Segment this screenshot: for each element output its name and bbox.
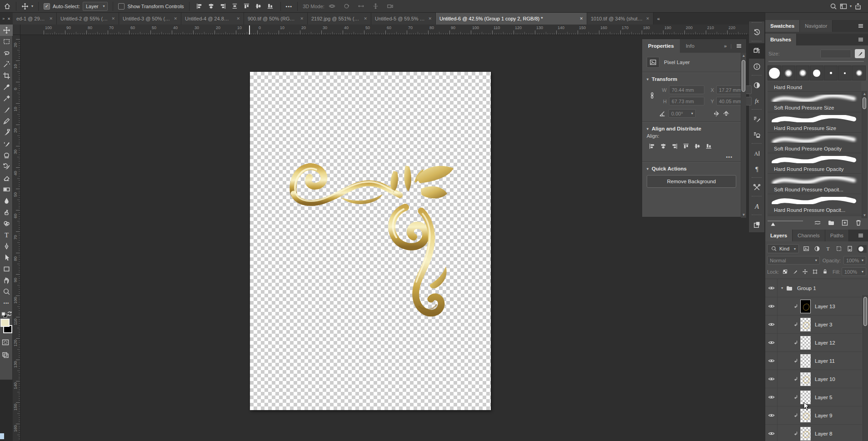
align-middle-icon[interactable] bbox=[254, 2, 264, 11]
auto-select-checkbox[interactable]: ✓ bbox=[44, 3, 50, 10]
align-left-icon[interactable] bbox=[647, 141, 657, 150]
roll-3d-icon[interactable] bbox=[342, 2, 352, 11]
new-group-folder-icon[interactable] bbox=[828, 219, 835, 226]
document-tab-3[interactable]: Untitled-3 @ 50% (Lay...✕ bbox=[119, 13, 181, 25]
visibility-toggle[interactable] bbox=[765, 334, 778, 351]
visibility-toggle[interactable] bbox=[765, 279, 778, 297]
y-field[interactable]: 40.05 mm bbox=[716, 97, 752, 105]
clone-source-panel-icon[interactable] bbox=[749, 127, 764, 142]
brush-preset-2[interactable]: Soft Round Pressure Size bbox=[768, 92, 861, 112]
type-tool[interactable]: T bbox=[0, 229, 13, 241]
layer-row-layer-13[interactable]: Layer 13 bbox=[765, 297, 862, 316]
layer-filter-toggle[interactable] bbox=[857, 245, 867, 253]
tab-navigator[interactable]: Navigator bbox=[800, 20, 833, 32]
brush-tip-2[interactable] bbox=[782, 65, 795, 80]
orbit-3d-icon[interactable] bbox=[327, 2, 337, 11]
flip-vertical-icon[interactable] bbox=[723, 110, 730, 117]
pen-tool[interactable] bbox=[0, 241, 13, 252]
ruler-origin-box[interactable] bbox=[13, 25, 20, 35]
tab-channels[interactable]: Channels bbox=[793, 230, 825, 241]
tab-overflow-close[interactable]: ✕ bbox=[7, 17, 10, 21]
move-tool-preset-icon[interactable] bbox=[21, 3, 29, 10]
visibility-toggle[interactable] bbox=[765, 297, 778, 315]
brush-size-slider[interactable] bbox=[768, 61, 864, 62]
chevron-down-icon[interactable]: ▾ bbox=[850, 4, 852, 8]
rotation-field[interactable]: 0.00°▾ bbox=[668, 109, 696, 118]
layer-row-layer-5[interactable]: Layer 5 bbox=[765, 388, 862, 406]
shape-filter-icon[interactable] bbox=[833, 244, 844, 253]
canvas[interactable] bbox=[250, 72, 491, 410]
brush-size-field[interactable] bbox=[820, 50, 851, 58]
horizontal-ruler[interactable]: 1009080706050403020100102030405060708090… bbox=[20, 25, 763, 35]
paragraph-panel-icon[interactable]: ¶ bbox=[749, 161, 764, 176]
brush-preset-5[interactable]: Hard Round Pressure Opacity bbox=[768, 153, 861, 174]
screen-mode-icon[interactable] bbox=[2, 351, 9, 359]
tool-presets-panel-icon[interactable] bbox=[749, 180, 764, 195]
adjust-filter-icon[interactable] bbox=[812, 244, 823, 253]
align-right-icon[interactable] bbox=[218, 2, 228, 11]
more-tools-button[interactable]: ••• bbox=[0, 297, 13, 309]
brush-preview-toggle-icon[interactable] bbox=[855, 49, 865, 58]
tab-overflow-expand[interactable]: » bbox=[2, 16, 5, 21]
brush-preset-4[interactable]: Soft Round Pressure Opacity bbox=[768, 133, 861, 153]
document-tab-2[interactable]: Untitled-2 @ 55% (SK...✕ bbox=[57, 13, 119, 25]
layer-row-layer-3[interactable]: Layer 3 bbox=[765, 316, 862, 334]
layers-scrollbar[interactable] bbox=[863, 295, 868, 441]
visibility-toggle[interactable] bbox=[765, 388, 778, 406]
document-tab-7[interactable]: Untitled-5 @ 59.5% (La...✕ bbox=[371, 13, 436, 25]
brushes-scrollbar[interactable]: ▲ ▼ bbox=[862, 91, 867, 218]
character-panel-icon[interactable]: A bbox=[749, 145, 764, 161]
brush-preset-7[interactable]: Hard Round Pressure Opacit... bbox=[768, 194, 861, 215]
close-tab-icon[interactable]: ✕ bbox=[174, 16, 177, 21]
delete-brush-icon[interactable] bbox=[855, 219, 862, 226]
lock-icon[interactable] bbox=[820, 268, 829, 276]
brush-preset-3[interactable]: Hard Round Pressure Size bbox=[768, 112, 861, 133]
link-dimensions-icon[interactable] bbox=[649, 92, 656, 99]
align-right-icon[interactable] bbox=[669, 141, 679, 150]
pixel-filter-icon[interactable] bbox=[801, 244, 812, 253]
eyedropper-tool[interactable] bbox=[0, 81, 13, 93]
smudge-tool[interactable] bbox=[0, 206, 13, 218]
chevron-down-icon[interactable]: ▾ bbox=[647, 167, 649, 171]
history-panel-icon[interactable] bbox=[749, 25, 764, 40]
layer-row-layer-12[interactable]: Layer 12 bbox=[765, 334, 862, 352]
artboard-lock-icon[interactable] bbox=[810, 268, 819, 276]
brush-preview-slider[interactable] bbox=[768, 220, 803, 226]
lasso-tool[interactable] bbox=[0, 47, 13, 59]
live-tip-preview-icon[interactable] bbox=[814, 219, 821, 226]
brush-tip-1[interactable] bbox=[768, 65, 781, 80]
glyphs-panel-icon[interactable]: A bbox=[749, 198, 764, 214]
align-center-h-icon[interactable] bbox=[206, 2, 216, 11]
checker-lock-icon[interactable] bbox=[780, 268, 789, 276]
layer-thumbnail[interactable] bbox=[800, 300, 811, 313]
tab-properties[interactable]: Properties bbox=[642, 39, 680, 53]
close-tab-icon[interactable]: ✕ bbox=[646, 16, 649, 21]
layer-row-group-1[interactable]: ▾ Group 1 bbox=[765, 279, 862, 297]
layer-thumbnail[interactable] bbox=[800, 372, 811, 386]
panel-menu-icon[interactable] bbox=[857, 36, 864, 43]
properties-cube-panel-icon[interactable] bbox=[749, 43, 764, 59]
document-tab-9[interactable]: 1010.tif @ 34% (shutte...✕ bbox=[587, 13, 653, 25]
document-tab-4[interactable]: Untitled-4 @ 24.8% (Gr...✕ bbox=[181, 13, 244, 25]
brush-tip-4[interactable] bbox=[810, 65, 823, 80]
visibility-toggle[interactable] bbox=[765, 352, 778, 370]
visibility-toggle[interactable] bbox=[765, 425, 778, 441]
align-left-icon[interactable] bbox=[195, 2, 205, 11]
chevron-down-icon[interactable]: ▾ bbox=[31, 4, 33, 8]
share-icon[interactable] bbox=[854, 3, 862, 10]
show-transform-checkbox[interactable] bbox=[118, 3, 125, 10]
close-tab-icon[interactable]: ✕ bbox=[111, 16, 115, 21]
more-options-button[interactable]: ••• bbox=[286, 4, 293, 9]
vertical-ruler[interactable]: 2010010203040506070809010011012013014015… bbox=[13, 35, 20, 441]
group-expand-chevron[interactable]: ▾ bbox=[781, 286, 783, 290]
visibility-toggle[interactable] bbox=[765, 370, 778, 388]
eraser-tool[interactable] bbox=[0, 172, 13, 184]
close-tab-icon[interactable]: ✕ bbox=[428, 16, 432, 21]
quick-mask-icon[interactable] bbox=[2, 339, 9, 346]
align-top-icon[interactable] bbox=[242, 2, 252, 11]
mixer-brush-tool[interactable] bbox=[0, 127, 13, 138]
tab-info[interactable]: Info bbox=[680, 39, 700, 53]
tab-swatches[interactable]: Swatches bbox=[765, 20, 800, 32]
brush-preset-6[interactable]: Soft Round Pressure Opacit... bbox=[768, 174, 861, 194]
brush-tool[interactable] bbox=[0, 104, 13, 115]
